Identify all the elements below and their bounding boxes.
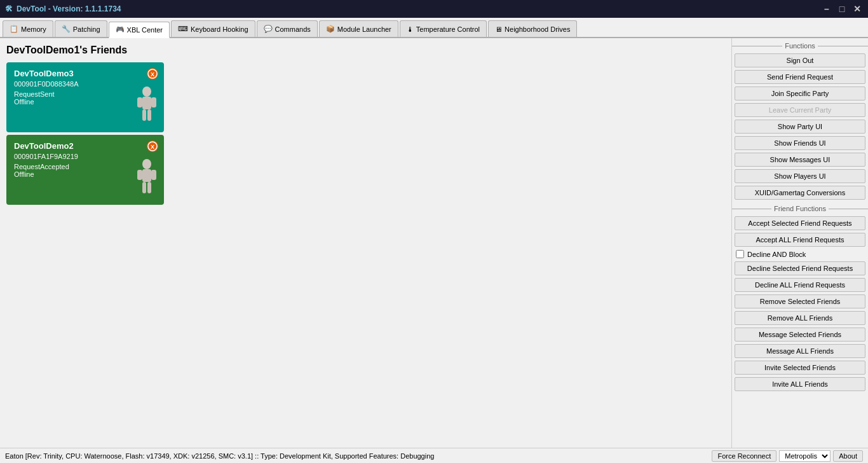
neighborhood-drives-tab-label: Neighborhood Drives — [505, 25, 570, 33]
app-icon: 🛠 — [5, 4, 13, 13]
titlebar-controls: – □ ✕ — [821, 4, 863, 14]
keyboard-hooking-tab-icon: ⌨ — [178, 25, 188, 33]
friend-xuid-0: 000901F0D088348A — [14, 80, 121, 88]
svg-rect-13 — [142, 169, 151, 182]
xuid-gamertag-conversions-button[interactable]: XUID/Gamertag Conversions — [735, 186, 865, 200]
page-title: DevToolDemo1's Friends — [6, 45, 725, 56]
friend-functions-section-title: Friend Functions — [732, 201, 868, 215]
friend-card-inner-0: DevToolDemo3000901F0D088348ARequestSentO… — [6, 62, 129, 132]
app-title: DevTool - Version: 1.1.1.1734 — [17, 4, 121, 13]
send-friend-request-button[interactable]: Send Friend Request — [735, 70, 865, 84]
svg-rect-6 — [151, 97, 156, 107]
friends-list: XDevToolDemo3000901F0D088348ARequestSent… — [6, 62, 725, 205]
friend-avatar-0 — [129, 62, 164, 132]
module-launcher-tab-icon: 📦 — [326, 25, 335, 33]
temperature-control-tab-label: Temperature Control — [416, 25, 480, 33]
restore-button[interactable]: □ — [836, 4, 848, 14]
patching-tab-label: Patching — [73, 25, 100, 33]
keyboard-hooking-tab-label: Keyboard Hooking — [191, 25, 248, 33]
friend-presence-0: Offline — [14, 98, 121, 106]
close-button[interactable]: ✕ — [851, 4, 863, 14]
functions-section-title: Functions — [732, 38, 868, 52]
tab-temperature-control[interactable]: 🌡Temperature Control — [400, 20, 487, 37]
about-button[interactable]: About — [833, 450, 863, 462]
main-content: DevToolDemo1's Friends XDevToolDemo30009… — [0, 38, 868, 448]
module-launcher-tab-label: Module Launcher — [337, 25, 391, 33]
remove-selected-friends-button[interactable]: Remove Selected Friends — [735, 294, 865, 308]
svg-point-3 — [142, 86, 151, 97]
memory-tab-label: Memory — [21, 25, 46, 33]
xbl-center-tab-icon: 🎮 — [116, 25, 125, 34]
tab-keyboard-hooking[interactable]: ⌨Keyboard Hooking — [171, 20, 255, 37]
remove-all-friends-button[interactable]: Remove ALL Friends — [735, 311, 865, 325]
decline-all-requests-button[interactable]: Decline ALL Friend Requests — [735, 278, 865, 292]
tab-module-launcher[interactable]: 📦Module Launcher — [319, 20, 398, 37]
decline-and-block-label-row: Decline AND Block — [732, 248, 868, 260]
friend-xuid-1: 000901FA1F9A9219 — [14, 153, 121, 160]
xbl-center-tab-label: XBL Center — [127, 26, 163, 34]
friend-status-0: RequestSent — [14, 90, 121, 98]
accept-all-requests-button[interactable]: Accept ALL Friend Requests — [735, 233, 865, 247]
metropolis-dropdown[interactable]: Metropolis — [779, 450, 831, 462]
tab-commands[interactable]: 💬Commands — [257, 20, 318, 37]
friend-card-1[interactable]: XDevToolDemo2000901FA1F9A9219RequestAcce… — [6, 135, 164, 205]
minimize-button[interactable]: – — [821, 4, 832, 14]
decline-and-block-label-checkbox[interactable] — [736, 250, 744, 258]
neighborhood-drives-tab-icon: 🖥 — [495, 25, 502, 33]
svg-rect-16 — [142, 182, 146, 193]
friend-card-0[interactable]: XDevToolDemo3000901F0D088348ARequestSent… — [6, 62, 164, 132]
svg-point-12 — [142, 159, 151, 169]
friend-name-0: DevToolDemo3 — [14, 69, 121, 78]
svg-rect-5 — [137, 97, 142, 107]
sign-out-button[interactable]: Sign Out — [735, 53, 865, 67]
show-friends-ui-button[interactable]: Show Friends UI — [735, 136, 865, 150]
leave-current-party-button: Leave Current Party — [735, 103, 865, 117]
statusbar-right: Force Reconnect Metropolis About — [712, 450, 863, 462]
invite-all-friends-button[interactable]: Invite ALL Friends — [735, 377, 865, 391]
tab-memory[interactable]: 📋Memory — [3, 20, 53, 37]
svg-rect-7 — [142, 109, 146, 121]
svg-rect-4 — [142, 97, 151, 109]
show-messages-ui-button[interactable]: Show Messages UI — [735, 153, 865, 167]
show-party-ui-button[interactable]: Show Party UI — [735, 120, 865, 134]
join-specific-party-button[interactable]: Join Specific Party — [735, 86, 865, 100]
friend-presence-1: Offline — [14, 170, 121, 178]
commands-tab-label: Commands — [275, 25, 311, 33]
force-reconnect-button[interactable]: Force Reconnect — [712, 450, 776, 462]
tab-patching[interactable]: 🔧Patching — [55, 20, 107, 37]
tab-neighborhood-drives[interactable]: 🖥Neighborhood Drives — [488, 20, 577, 37]
message-all-friends-button[interactable]: Message ALL Friends — [735, 344, 865, 358]
friend-name-1: DevToolDemo2 — [14, 141, 121, 151]
tab-xbl-center[interactable]: 🎮XBL Center — [109, 22, 170, 38]
friend-status-1: RequestAccepted — [14, 163, 121, 170]
decline-selected-requests-button[interactable]: Decline Selected Friend Requests — [735, 261, 865, 275]
message-selected-friends-button[interactable]: Message Selected Friends — [735, 328, 865, 342]
commands-tab-icon: 💬 — [264, 25, 273, 33]
friends-content: DevToolDemo1's Friends XDevToolDemo30009… — [0, 38, 731, 448]
show-players-ui-button[interactable]: Show Players UI — [735, 169, 865, 183]
tab-bar: 📋Memory🔧Patching🎮XBL Center⌨Keyboard Hoo… — [0, 18, 868, 38]
statusbar-text: Eaton [Rev: Trinity, CPU: Waternoose, Fl… — [5, 452, 434, 460]
patching-tab-icon: 🔧 — [62, 25, 71, 33]
svg-rect-14 — [137, 170, 142, 180]
svg-rect-15 — [151, 170, 156, 180]
titlebar: 🛠 DevTool - Version: 1.1.1.1734 – □ ✕ — [0, 0, 868, 18]
temperature-control-tab-icon: 🌡 — [407, 25, 414, 33]
friend-card-inner-1: DevToolDemo2000901FA1F9A9219RequestAccep… — [6, 135, 129, 205]
statusbar: Eaton [Rev: Trinity, CPU: Waternoose, Fl… — [0, 448, 868, 463]
memory-tab-icon: 📋 — [10, 25, 18, 33]
accept-selected-requests-button[interactable]: Accept Selected Friend Requests — [735, 216, 865, 230]
decline-and-block-label-label: Decline AND Block — [747, 251, 806, 258]
titlebar-left: 🛠 DevTool - Version: 1.1.1.1734 — [5, 4, 121, 13]
invite-selected-friends-button[interactable]: Invite Selected Friends — [735, 361, 865, 375]
right-panel: Functions Sign OutSend Friend RequestJoi… — [731, 38, 868, 448]
friend-avatar-1 — [129, 135, 164, 205]
svg-rect-17 — [147, 182, 151, 193]
svg-rect-8 — [147, 109, 151, 121]
